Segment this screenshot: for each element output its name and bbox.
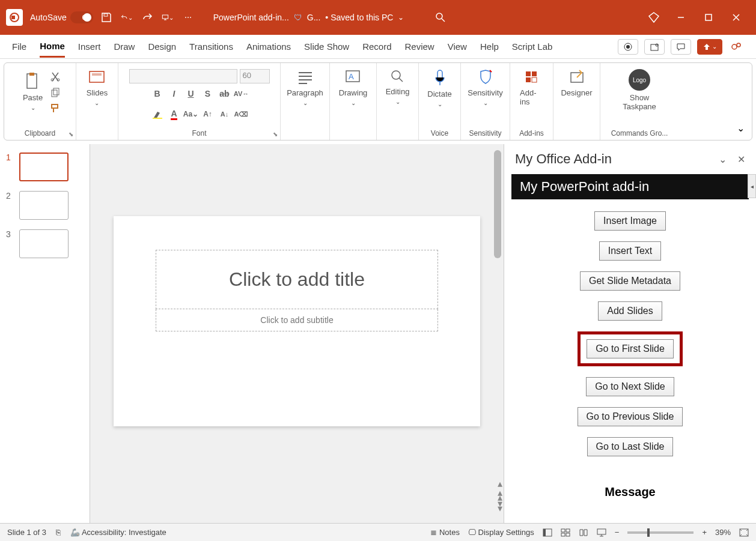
vertical-scrollbar[interactable] xyxy=(494,150,501,258)
go-to-first-slide-button[interactable]: Go to First Slide xyxy=(587,339,674,358)
tab-slideshow[interactable]: Slide Show xyxy=(304,37,349,56)
next-slide-double-icon[interactable]: ▾▾ xyxy=(498,501,502,511)
change-case-button[interactable]: Aa⌄ xyxy=(184,107,198,121)
zoom-out-icon[interactable]: − xyxy=(615,528,620,537)
sensitivity-button[interactable]: Sensitivity⌄ xyxy=(464,67,507,109)
taskpane-expand-icon[interactable]: ◂ xyxy=(748,174,756,198)
taskpane-chevron-icon[interactable]: ⌄ xyxy=(719,154,727,165)
increase-font-button[interactable]: A↑ xyxy=(201,107,215,121)
tab-animations[interactable]: Animations xyxy=(246,37,291,56)
tab-design[interactable]: Design xyxy=(148,37,176,56)
doc-name: PowerPoint add-in... xyxy=(213,13,289,22)
tab-record[interactable]: Record xyxy=(362,37,391,56)
accessibility-status[interactable]: 🦾 Accessibility: Investigate xyxy=(70,528,166,537)
show-taskpane-label: Show Taskpane xyxy=(618,93,660,111)
decrease-font-button[interactable]: A↓ xyxy=(218,107,231,121)
slides-button[interactable]: Slides⌄ xyxy=(83,67,111,109)
reading-view-icon[interactable] xyxy=(579,528,588,537)
add-slides-button[interactable]: Add Slides xyxy=(598,301,662,321)
thumb-number-2: 2 xyxy=(6,191,13,201)
subtitle-placeholder[interactable]: Click to add subtitle xyxy=(156,309,438,331)
dictate-button[interactable]: Dictate⌄ xyxy=(424,67,455,110)
italic-button[interactable]: I xyxy=(168,87,181,100)
accessibility-status-icon[interactable]: ⎘ xyxy=(56,528,61,537)
diamond-icon[interactable] xyxy=(648,11,660,23)
minimize-button[interactable] xyxy=(667,0,695,35)
ribbon-collapse-icon[interactable]: ⌄ xyxy=(737,122,745,134)
teams-button[interactable] xyxy=(644,39,665,55)
qat-overflow-icon[interactable]: ⋯ xyxy=(182,11,194,23)
slide-thumbnail-1[interactable] xyxy=(19,153,69,181)
shadow-button[interactable]: S xyxy=(201,87,215,100)
underline-button[interactable]: U xyxy=(184,87,198,100)
slide-counter[interactable]: Slide 1 of 3 xyxy=(7,528,46,537)
comments-button[interactable] xyxy=(671,39,691,55)
undo-icon[interactable]: ⌄ xyxy=(121,11,133,23)
svg-rect-34 xyxy=(561,533,565,536)
camera-button[interactable] xyxy=(618,39,638,55)
designer-button[interactable]: Designer xyxy=(557,67,596,100)
maximize-button[interactable] xyxy=(695,0,722,35)
tab-scriptlab[interactable]: Script Lab xyxy=(512,37,553,56)
font-family-dropdown[interactable] xyxy=(129,69,237,83)
zoom-slider[interactable] xyxy=(627,531,694,534)
insert-text-button[interactable]: Insert Text xyxy=(599,241,662,261)
display-settings-button[interactable]: 🖵 Display Settings xyxy=(468,528,534,537)
tab-review[interactable]: Review xyxy=(405,37,434,56)
font-launcher-icon[interactable]: ⬊ xyxy=(273,131,278,138)
character-spacing-button[interactable]: AV↔ xyxy=(235,87,248,100)
taskpane-subheader-text: My PowerPoint add-in xyxy=(520,179,649,194)
slide-thumbnail-2[interactable] xyxy=(19,191,69,220)
tab-view[interactable]: View xyxy=(448,37,467,56)
copy-icon[interactable] xyxy=(50,87,61,98)
clear-format-button[interactable]: A⌫ xyxy=(235,107,248,121)
taskpane-close-icon[interactable]: ✕ xyxy=(737,154,745,165)
share-button[interactable]: ⌄ xyxy=(697,39,722,55)
paste-button[interactable]: Paste⌄ xyxy=(19,69,46,113)
go-to-last-slide-button[interactable]: Go to Last Slide xyxy=(587,437,674,456)
get-slide-metadata-button[interactable]: Get Slide Metadata xyxy=(580,271,680,291)
font-size-dropdown[interactable]: 60 xyxy=(240,69,270,83)
tab-insert[interactable]: Insert xyxy=(78,37,101,56)
save-icon[interactable] xyxy=(100,11,112,23)
slide-canvas[interactable]: Click to add title Click to add subtitle xyxy=(114,216,480,426)
zoom-in-icon[interactable]: + xyxy=(702,528,707,537)
save-status-chevron-icon[interactable]: ⌄ xyxy=(398,13,404,22)
clipboard-launcher-icon[interactable]: ⬊ xyxy=(69,131,73,138)
format-painter-icon[interactable] xyxy=(50,103,61,113)
title-placeholder[interactable]: Click to add title xyxy=(156,250,438,309)
strike-button[interactable]: ab xyxy=(218,87,231,100)
zoom-percent[interactable]: 39% xyxy=(715,528,731,537)
addins-button[interactable]: Add-ins xyxy=(516,67,547,109)
svg-rect-16 xyxy=(52,90,57,97)
normal-view-icon[interactable] xyxy=(543,528,552,537)
tab-help[interactable]: Help xyxy=(480,37,499,56)
close-button[interactable] xyxy=(722,0,750,35)
fit-window-icon[interactable] xyxy=(739,528,749,537)
tab-draw[interactable]: Draw xyxy=(114,37,135,56)
highlight-button[interactable] xyxy=(151,107,164,121)
go-to-next-slide-button[interactable]: Go to Next Slide xyxy=(586,377,674,396)
show-taskpane-button[interactable]: Logo Show Taskpane xyxy=(615,67,664,113)
paragraph-button[interactable]: Paragraph⌄ xyxy=(283,67,327,109)
present-icon[interactable]: ⌄ xyxy=(162,11,174,23)
cut-icon[interactable] xyxy=(50,71,61,82)
slide-thumbnail-3[interactable] xyxy=(19,229,69,258)
redo-icon[interactable] xyxy=(141,11,153,23)
insert-image-button[interactable]: Insert Image xyxy=(594,211,666,231)
notes-button[interactable]: ≣ Notes xyxy=(430,528,460,537)
go-to-previous-slide-button[interactable]: Go to Previous Slide xyxy=(578,407,683,426)
font-color-button[interactable]: A xyxy=(168,107,181,121)
editing-button[interactable]: Editing⌄ xyxy=(382,67,413,107)
sorter-view-icon[interactable] xyxy=(561,528,570,537)
collab-icon[interactable] xyxy=(728,39,744,55)
paragraph-label: Paragraph xyxy=(287,88,323,97)
tab-home[interactable]: Home xyxy=(40,36,65,58)
drawing-button[interactable]: A Drawing⌄ xyxy=(335,67,371,109)
search-icon[interactable] xyxy=(435,12,446,23)
slideshow-view-icon[interactable] xyxy=(597,528,606,537)
tab-file[interactable]: File xyxy=(12,37,26,56)
bold-button[interactable]: B xyxy=(151,87,164,100)
tab-transitions[interactable]: Transitions xyxy=(189,37,233,56)
autosave-toggle[interactable]: AutoSave Off xyxy=(30,11,93,23)
